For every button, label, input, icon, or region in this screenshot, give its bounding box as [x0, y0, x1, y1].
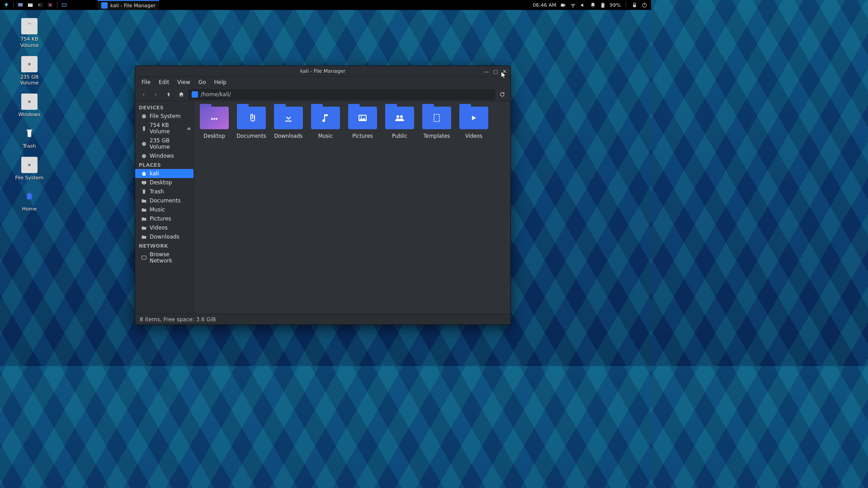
lock-icon[interactable]: [631, 2, 637, 8]
window-title: kali - File Manager: [300, 68, 345, 74]
up-button[interactable]: [163, 89, 174, 100]
close-button[interactable]: ✕: [500, 67, 509, 75]
app-menu-icon[interactable]: [2, 1, 11, 9]
desktop-icon[interactable]: Home: [9, 188, 50, 212]
folder-icon: [274, 107, 303, 129]
folder-view[interactable]: DesktopDocumentsDownloadsMusicPicturesPu…: [194, 101, 510, 314]
folder-item[interactable]: Templates: [418, 107, 455, 139]
workspace-switcher-icon[interactable]: [60, 1, 69, 9]
sidebar-item-label: kali: [150, 170, 159, 177]
desktop-icon: [141, 179, 147, 186]
menu-help[interactable]: Help: [210, 78, 230, 86]
svg-point-6: [49, 4, 52, 6]
desktop-icon[interactable]: File System: [9, 157, 50, 181]
sidebar-item[interactable]: Windows: [135, 151, 193, 160]
sidebar-item-label: Windows: [150, 153, 174, 159]
desktop-icon[interactable]: Windows: [9, 94, 50, 118]
folder-icon: [200, 107, 229, 129]
desktop-icon-label: 754 KBVolume: [20, 36, 39, 49]
menu-file[interactable]: File: [138, 78, 154, 86]
sidebar-item[interactable]: 754 KB Volume⏏: [135, 121, 193, 136]
folder-item[interactable]: Public: [381, 107, 418, 139]
sidebar-item[interactable]: Desktop: [135, 178, 193, 187]
folder-icon: [192, 91, 198, 98]
folder-item[interactable]: Documents: [233, 107, 270, 139]
forward-button[interactable]: [151, 89, 161, 100]
folder-label: Templates: [424, 133, 450, 139]
titlebar[interactable]: kali - File Manager — ▢ ✕: [135, 66, 510, 77]
kali-launcher-icon[interactable]: [46, 1, 55, 9]
terminal-launcher-icon[interactable]: [36, 1, 45, 9]
sidebar-head: NETWORK: [135, 241, 193, 250]
disk-icon: [21, 157, 38, 173]
path-bar[interactable]: /home/kali/: [189, 89, 495, 99]
power-icon[interactable]: [641, 2, 647, 8]
notifications-icon[interactable]: [590, 2, 596, 8]
svg-point-18: [28, 63, 31, 66]
trash-icon: [141, 188, 147, 195]
show-desktop-icon[interactable]: [16, 1, 25, 9]
volume-icon[interactable]: [580, 2, 586, 8]
minimize-button[interactable]: —: [482, 67, 491, 75]
desktop-icons: 754 KBVolume235 GBVolumeWindowsTrashFile…: [9, 18, 50, 220]
menu-view[interactable]: View: [174, 78, 193, 86]
sidebar-item-label: Videos: [150, 225, 168, 231]
menu-go[interactable]: Go: [195, 78, 210, 86]
taskbar-file-manager[interactable]: kali - File Manager: [98, 0, 159, 10]
folder-icon: [385, 107, 414, 129]
desktop-icon[interactable]: Trash: [9, 125, 50, 150]
sidebar-item[interactable]: Downloads: [135, 232, 193, 241]
reload-button[interactable]: [497, 89, 508, 100]
sidebar-item[interactable]: Trash: [135, 187, 193, 196]
desktop-icon-label: Home: [22, 206, 37, 212]
back-button[interactable]: [138, 89, 149, 100]
usb-icon: [21, 18, 38, 34]
battery-icon[interactable]: [600, 2, 606, 8]
sidebar-item[interactable]: 235 GB Volume: [135, 136, 193, 151]
sidebar-item-label: 235 GB Volume: [150, 137, 190, 150]
folder-icon: [237, 107, 266, 129]
folder-icon: [459, 107, 488, 129]
status-text: 8 items, Free space: 3.6 GiB: [140, 316, 216, 323]
maximize-button[interactable]: ▢: [491, 67, 500, 75]
panel-left: kali - File Manager: [0, 0, 159, 10]
wifi-icon[interactable]: [570, 2, 576, 8]
menu-edit[interactable]: Edit: [155, 78, 173, 86]
desktop-icon[interactable]: 235 GBVolume: [9, 56, 50, 87]
screen-record-icon[interactable]: [560, 2, 566, 8]
sidebar-item[interactable]: Pictures: [135, 214, 193, 223]
disk-icon: [141, 153, 147, 159]
menubar: FileEditViewGoHelp: [135, 77, 510, 88]
network-icon: [141, 254, 147, 261]
folder-icon: [311, 107, 340, 129]
sidebar-item[interactable]: Documents: [135, 196, 193, 205]
svg-rect-1: [18, 6, 23, 7]
folder-label: Music: [318, 133, 333, 139]
folder-item[interactable]: Downloads: [270, 107, 307, 139]
files-launcher-icon[interactable]: [26, 1, 35, 9]
sidebar-item[interactable]: Videos: [135, 223, 193, 232]
svg-point-34: [213, 118, 215, 120]
folder-item[interactable]: Videos: [455, 107, 492, 139]
folder-item[interactable]: Music: [307, 107, 344, 139]
sidebar-item[interactable]: kali: [135, 169, 193, 178]
folder-item[interactable]: Desktop: [196, 107, 233, 139]
home-icon: [141, 170, 147, 177]
folder-label: Videos: [465, 133, 482, 139]
sidebar-item[interactable]: File System: [135, 112, 193, 121]
desktop-icon-label: 235 GBVolume: [20, 74, 39, 87]
svg-rect-7: [62, 4, 66, 7]
desktop-icon[interactable]: 754 KBVolume: [9, 18, 50, 49]
trash-icon: [21, 125, 38, 141]
folder-item[interactable]: Pictures: [344, 107, 381, 139]
sidebar-item[interactable]: Music: [135, 205, 193, 214]
clock[interactable]: 06:46 AM: [533, 2, 556, 8]
svg-rect-30: [142, 181, 146, 184]
svg-rect-32: [142, 256, 146, 259]
sidebar-item[interactable]: Browse Network: [135, 250, 193, 265]
sidebar-head: DEVICES: [135, 103, 193, 112]
eject-icon[interactable]: ⏏: [187, 126, 191, 131]
home-button[interactable]: [176, 89, 187, 100]
disk-icon: [21, 56, 38, 72]
folder-icon: [141, 206, 147, 213]
